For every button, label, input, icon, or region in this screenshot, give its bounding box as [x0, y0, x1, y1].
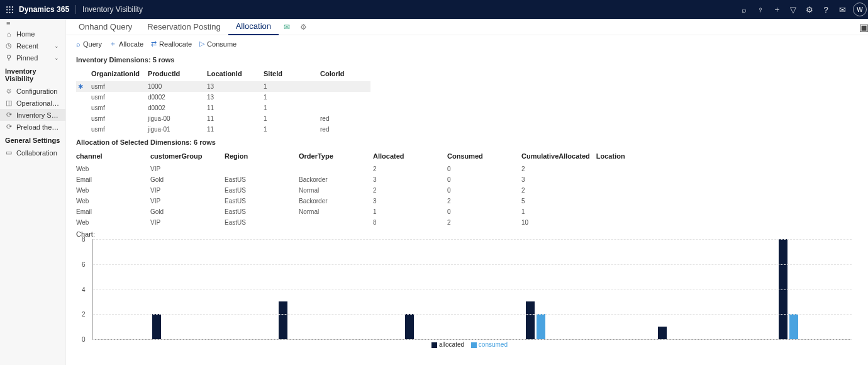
cell: 11 — [207, 113, 264, 124]
cmd-reallocate[interactable]: ⇄Reallocate — [151, 40, 192, 48]
brand-label[interactable]: Dynamics 365 — [19, 5, 76, 14]
tab-onhand-query[interactable]: Onhand Query — [71, 19, 140, 35]
nav-inventory-summary[interactable]: ⟳ Inventory Summary — [0, 109, 65, 121]
panel-toggle-icon[interactable]: ▣ — [859, 19, 868, 35]
col-header[interactable]: channel — [76, 149, 150, 164]
cmd-label: Allocate — [119, 40, 143, 48]
cell: EastUS — [225, 196, 299, 206]
svg-point-2 — [11, 6, 13, 8]
col-header[interactable]: OrderType — [299, 149, 373, 164]
cell: jigua-01 — [148, 124, 207, 135]
nav-configuration[interactable]: ⛭ Configuration — [0, 85, 65, 97]
nav-pinned[interactable]: ⚲ Pinned ⌄ — [0, 52, 65, 64]
cell: 5 — [521, 196, 596, 206]
cell — [320, 92, 370, 103]
user-avatar[interactable]: W — [853, 3, 867, 16]
cell — [596, 206, 670, 217]
row-selected-icon: ✱ — [78, 83, 83, 90]
col-header[interactable]: SiteId — [264, 66, 320, 81]
cell: 1 — [264, 92, 320, 103]
table-row[interactable]: WebVIPEastUSNormal202 — [76, 185, 670, 196]
chevron-down-icon: ⌄ — [54, 55, 60, 61]
cell: EastUS — [225, 185, 299, 196]
cell: Web — [76, 164, 150, 174]
cell: 2 — [521, 164, 596, 174]
col-header[interactable]: OrganizationId — [91, 66, 148, 81]
cell: 2 — [521, 185, 596, 196]
nav-recent[interactable]: ◷ Recent ⌄ — [0, 40, 65, 52]
svg-point-8 — [11, 11, 13, 13]
help-icon[interactable]: ? — [818, 0, 834, 19]
cmd-consume[interactable]: ▷Consume — [199, 40, 236, 48]
table-row[interactable]: WebVIPEastUS8210 — [76, 217, 670, 228]
cell: Web — [76, 185, 150, 196]
table-row[interactable]: ✱usmfjigua-00111red — [76, 113, 370, 124]
cell: VIP — [150, 164, 225, 174]
cell: Email — [76, 206, 150, 217]
cell: 11 — [207, 103, 264, 113]
nav-home[interactable]: ⌂ Home — [0, 28, 65, 40]
cell: Backorder — [299, 196, 373, 206]
table-row[interactable]: ✱usmf1000131 — [76, 81, 370, 92]
cell: 0 — [447, 206, 521, 217]
cell: 11 — [207, 124, 264, 135]
table-row[interactable]: WebVIPEastUSBackorder325 — [76, 196, 670, 206]
table-row[interactable]: ✱usmfd0002131 — [76, 92, 370, 103]
gear-icon[interactable]: ⚙ — [295, 23, 312, 31]
cell: usmf — [91, 81, 148, 92]
settings-icon[interactable]: ⚙ — [801, 0, 818, 19]
col-header[interactable]: CumulativeAllocated — [521, 149, 596, 164]
cell: 2 — [373, 185, 447, 196]
cell: EastUS — [225, 206, 299, 217]
cell: VIP — [150, 217, 225, 228]
cell: 2 — [447, 196, 521, 206]
table-row[interactable]: EmailGoldEastUSNormal101 — [76, 206, 670, 217]
cmd-query[interactable]: ⌕Query — [76, 40, 102, 48]
cell: 0 — [447, 185, 521, 196]
table-row[interactable]: EmailGoldEastUSBackorder303 — [76, 174, 670, 185]
col-header[interactable]: LocationId — [207, 66, 264, 81]
cell: 10 — [521, 217, 596, 228]
cell: 1000 — [148, 81, 207, 92]
table-row[interactable]: WebVIP202 — [76, 164, 670, 174]
lightbulb-icon[interactable]: ♀ — [752, 0, 769, 19]
filter-icon[interactable]: ▽ — [785, 0, 801, 19]
chevron-down-icon: ⌄ — [54, 43, 60, 49]
nav-preload-inventory[interactable]: ⟳ Preload the Inventor... — [0, 121, 65, 133]
allocation-heading: Allocation of Selected Dimensions: 6 row… — [66, 135, 868, 149]
app-launcher-icon[interactable] — [0, 6, 19, 14]
cell — [596, 185, 670, 196]
bar-allocated — [152, 314, 161, 339]
tab-allocation[interactable]: Allocation — [228, 19, 279, 35]
col-header[interactable]: Region — [225, 149, 299, 164]
svg-point-4 — [9, 9, 10, 10]
y-axis-tick: 0 — [82, 336, 86, 343]
col-header[interactable]: ProductId — [148, 66, 207, 81]
table-row[interactable]: ✱usmfd0002111 — [76, 103, 370, 113]
cell — [299, 217, 373, 228]
table-row[interactable]: ✱usmfjigua-01111red — [76, 124, 370, 135]
col-header[interactable]: Consumed — [447, 149, 521, 164]
legend-swatch-allocated-icon — [431, 342, 437, 348]
cell: usmf — [91, 113, 148, 124]
cmd-allocate[interactable]: ＋Allocate — [109, 39, 143, 48]
cell — [320, 81, 370, 92]
content-area: Onhand Query Reservation Posting Allocat… — [66, 19, 868, 365]
cell: 3 — [373, 174, 447, 185]
nav-collaboration[interactable]: ▭ Collaboration — [0, 147, 65, 159]
col-header[interactable]: customerGroup — [150, 149, 225, 164]
add-icon[interactable]: ＋ — [769, 0, 785, 19]
cell: EastUS — [225, 217, 299, 228]
nav-collapse-icon[interactable]: ≡ — [0, 19, 65, 28]
col-header[interactable]: Location — [596, 149, 670, 164]
svg-point-0 — [6, 6, 8, 8]
nav-operational-visibility[interactable]: ◫ Operational Visibility — [0, 97, 65, 109]
search-icon[interactable]: ⌕ — [736, 0, 752, 19]
chat-icon[interactable]: ✉ — [834, 0, 850, 19]
comment-icon[interactable]: ✉ — [279, 23, 295, 31]
nav-label: Operational Visibility — [16, 99, 60, 107]
col-header[interactable]: ColorId — [320, 66, 370, 81]
svg-point-1 — [9, 6, 10, 8]
col-header[interactable]: Allocated — [373, 149, 447, 164]
tab-reservation-posting[interactable]: Reservation Posting — [140, 19, 228, 35]
